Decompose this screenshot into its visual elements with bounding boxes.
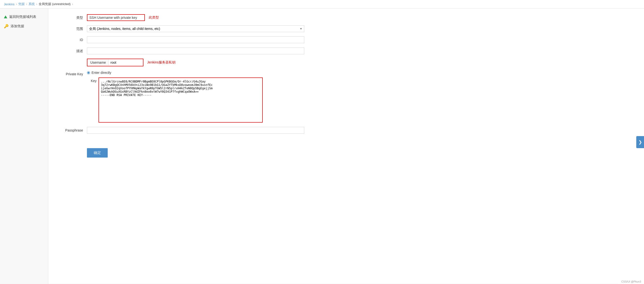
passphrase-field	[87, 127, 304, 134]
form-row-id: ID	[58, 36, 634, 43]
right-arrow-button[interactable]: ❯	[636, 136, 644, 148]
desc-label: 描述	[58, 47, 87, 53]
type-select-box[interactable]: SSH Username with private key	[87, 14, 145, 21]
breadcrumb-sep-2: ›	[26, 2, 27, 6]
form-row-desc: 描述	[58, 47, 634, 54]
username-box: Username	[87, 59, 144, 66]
type-value: SSH Username with private key	[89, 16, 137, 19]
breadcrumb-sep-1: ›	[16, 2, 17, 6]
breadcrumb: Jenkins › 凭据 › 系统 › 全局凭据 (unrestricted) …	[0, 0, 644, 8]
form-row-scope: 范围 全局 (Jenkins, nodes, items, all child …	[58, 25, 634, 32]
private-key-label: Private Key	[58, 71, 87, 76]
key-icon: 🔑	[4, 24, 9, 28]
breadcrumb-sep-3: ›	[36, 2, 37, 6]
breadcrumb-sep-4: ›	[72, 2, 73, 6]
id-input[interactable]	[87, 36, 304, 43]
key-inline-label: Key	[87, 77, 96, 83]
breadcrumb-global: 全局凭据 (unrestricted)	[39, 2, 70, 6]
id-label: ID	[58, 36, 87, 42]
breadcrumb-jenkins[interactable]: Jenkins	[4, 2, 14, 6]
enter-directly-radio[interactable]	[87, 71, 90, 74]
passphrase-input[interactable]	[87, 127, 304, 134]
key-textarea[interactable]: ...rNclGrcnw8E0/RC0BDMFr0BgmBE0CPl0pGPKB…	[99, 78, 262, 121]
main-content: 类型 SSH Username with private key 此类型 范围 …	[48, 8, 644, 284]
page-footer: CSS/UI @Pkun3	[618, 279, 644, 284]
scope-field: 全局 (Jenkins, nodes, items, all child ite…	[87, 25, 304, 32]
sidebar-item-back[interactable]: 返回到凭据域列表	[0, 12, 48, 21]
desc-input[interactable]	[87, 47, 304, 54]
key-textarea-box: ...rNclGrcnw8E0/RC0BDMFr0BgmBE0CPl0pGPKB…	[98, 77, 263, 123]
username-label-outer	[58, 59, 87, 60]
breadcrumb-system[interactable]: 系统	[28, 2, 35, 6]
up-arrow-icon	[4, 15, 7, 18]
private-key-section: Enter directly Key ...rNclGrcnw8E0/RC0BD…	[87, 71, 304, 123]
sidebar: 返回到凭据域列表 🔑 添加凭据	[0, 8, 48, 284]
type-wrapper: SSH Username with private key 此类型	[87, 14, 304, 21]
username-input[interactable]	[109, 60, 142, 65]
sidebar-back-label: 返回到凭据域列表	[9, 15, 36, 19]
scope-label: 范围	[58, 25, 87, 31]
breadcrumb-credentials[interactable]: 凭据	[18, 2, 25, 6]
type-label: 类型	[58, 14, 87, 20]
type-field: SSH Username with private key 此类型	[87, 14, 304, 21]
key-area-wrapper: Key ...rNclGrcnw8E0/RC0BDMFr0BgmBE0CPl0p…	[87, 77, 304, 123]
sidebar-item-add[interactable]: 🔑 添加凭据	[0, 21, 48, 31]
username-label-inner: Username	[88, 60, 109, 65]
passphrase-label: Passphrase	[58, 127, 87, 132]
form-row-passphrase: Passphrase	[58, 127, 634, 134]
username-field: Username Jenkins服务器私钥	[87, 59, 304, 66]
scope-select-wrapper: 全局 (Jenkins, nodes, items, all child ite…	[87, 25, 304, 32]
sidebar-add-label: 添加凭据	[10, 24, 24, 28]
submit-row: 确定	[58, 141, 634, 158]
username-hint: Jenkins服务器私钥	[147, 60, 176, 65]
scope-select[interactable]: 全局 (Jenkins, nodes, items, all child ite…	[87, 25, 304, 32]
form-row-type: 类型 SSH Username with private key 此类型	[58, 14, 634, 21]
enter-directly-option[interactable]: Enter directly	[87, 71, 304, 74]
private-key-field: Enter directly Key ...rNclGrcnw8E0/RC0BD…	[87, 71, 304, 123]
form-row-private-key: Private Key Enter directly Key ...rNclGr…	[58, 71, 634, 123]
submit-button[interactable]: 确定	[87, 148, 108, 158]
form-row-username: Username Jenkins服务器私钥	[58, 59, 634, 66]
username-wrapper: Username Jenkins服务器私钥	[87, 59, 304, 66]
desc-field	[87, 47, 304, 54]
id-field	[87, 36, 304, 43]
type-hint: 此类型	[149, 15, 159, 20]
enter-directly-label: Enter directly	[92, 71, 111, 74]
